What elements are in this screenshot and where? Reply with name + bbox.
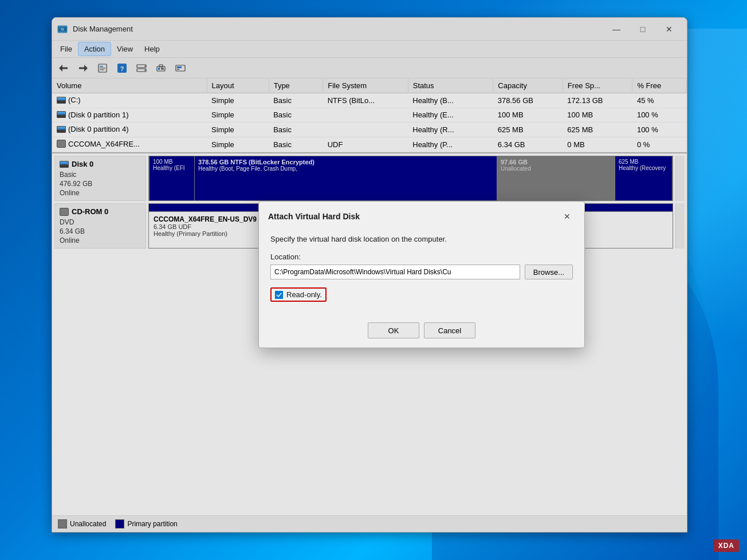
modal-cancel-button[interactable]: Cancel bbox=[424, 322, 475, 338]
xda-logo: XDA bbox=[714, 539, 739, 552]
modal-location-row: Browse... bbox=[270, 265, 573, 279]
attach-vhd-dialog: Attach Virtual Hard Disk ✕ Specify the v… bbox=[258, 201, 585, 348]
modal-readonly-row: Read-only. bbox=[270, 287, 327, 302]
modal-title: Attach Virtual Hard Disk bbox=[268, 212, 360, 221]
modal-buttons: OK Cancel bbox=[270, 322, 573, 338]
disk-management-window: Disk Management — □ ✕ File Action View H… bbox=[52, 17, 687, 533]
modal-description: Specify the virtual hard disk location o… bbox=[270, 235, 573, 243]
modal-location-input[interactable] bbox=[270, 265, 520, 279]
modal-readonly-checkbox[interactable] bbox=[275, 291, 283, 299]
modal-close-button[interactable]: ✕ bbox=[559, 208, 575, 224]
modal-location-label: Location: bbox=[270, 253, 573, 261]
modal-overlay: Attach Virtual Hard Disk ✕ Specify the v… bbox=[52, 18, 687, 532]
modal-title-bar: Attach Virtual Hard Disk ✕ bbox=[259, 202, 584, 230]
modal-readonly-label: Read-only. bbox=[286, 290, 322, 299]
modal-ok-button[interactable]: OK bbox=[368, 322, 419, 338]
modal-browse-button[interactable]: Browse... bbox=[525, 265, 573, 279]
modal-body: Specify the virtual hard disk location o… bbox=[259, 230, 584, 348]
